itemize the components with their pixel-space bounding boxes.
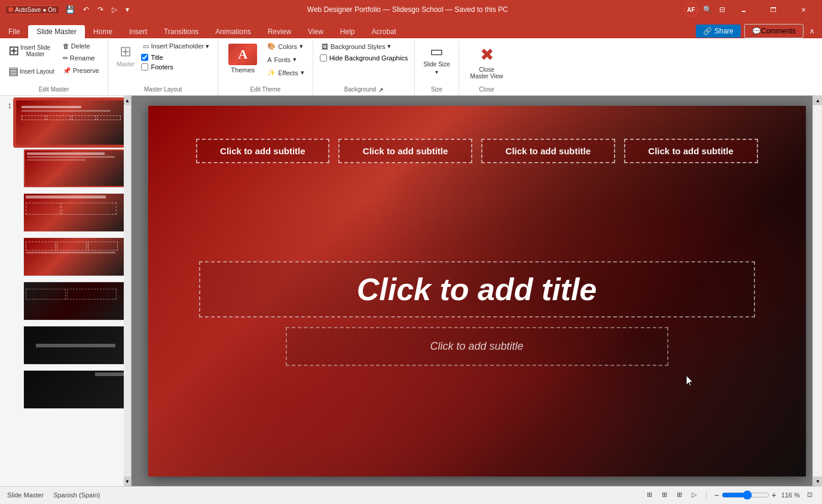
redo-button[interactable]: ↷ xyxy=(95,4,106,15)
subtitle-box-3[interactable]: Click to add subtitle xyxy=(481,139,615,163)
autosave-label: AutoSave xyxy=(15,7,41,13)
status-divider xyxy=(706,490,707,500)
zoom-slider[interactable] xyxy=(722,490,769,500)
slide-thumb-1[interactable] xyxy=(14,99,128,146)
themes-button[interactable]: A Themes xyxy=(223,41,262,77)
subtitle-box-1[interactable]: Click to add subtitle xyxy=(196,139,330,163)
zoom-level-label: 116 % xyxy=(781,491,800,499)
fit-slide-button[interactable]: ⊡ xyxy=(805,490,815,500)
comments-button[interactable]: 💬Comments xyxy=(744,24,803,38)
themes-label: Themes xyxy=(231,66,255,74)
ribbon-group-background: 🖼 Background Styles ▾ Hide Background Gr… xyxy=(313,41,415,95)
canvas-scrollbar-right[interactable]: ▲ ▼ xyxy=(812,96,822,486)
tab-file[interactable]: File xyxy=(0,25,28,39)
tab-transitions[interactable]: Transitions xyxy=(155,25,207,39)
slide-img-4[interactable] xyxy=(23,237,128,276)
zoom-in-button[interactable]: + xyxy=(772,490,777,500)
canvas-scroll-track xyxy=(813,105,822,476)
slide-thumb-7[interactable] xyxy=(14,370,128,409)
subtitle-box-4[interactable]: Click to add subtitle xyxy=(624,139,758,163)
ribbon-group-edit-theme: A Themes 🎨 Colors ▾ A Fonts ▾ ✨ Effects … xyxy=(218,41,313,95)
footers-checkbox[interactable]: Footers xyxy=(139,63,213,71)
slide-thumb-4[interactable] xyxy=(14,237,128,276)
hide-background-checkbox[interactable]: Hide Background Graphics xyxy=(318,54,410,62)
autosave-dot xyxy=(8,7,13,12)
top-subtitle-boxes: Click to add subtitle Click to add subti… xyxy=(196,139,758,163)
canvas-scroll-up[interactable]: ▲ xyxy=(813,96,822,105)
close-master-view-button[interactable]: ✖ Close Master View xyxy=(464,41,510,83)
ribbon-collapse-button[interactable]: ∧ xyxy=(807,26,817,36)
slide-panel-scrollbar[interactable]: ▲ ▼ xyxy=(124,96,131,486)
slide-img-6[interactable] xyxy=(23,326,128,365)
delete-button[interactable]: 🗑 Delete xyxy=(59,41,103,51)
preserve-button[interactable]: 📌 Preserve xyxy=(59,65,103,77)
slide-thumb-2[interactable] xyxy=(14,149,128,188)
user-avatar[interactable]: AF xyxy=(684,2,698,17)
tab-home[interactable]: Home xyxy=(85,25,121,39)
subtitle-box-2[interactable]: Click to add subtitle xyxy=(338,139,472,163)
slide-size-button[interactable]: ▭ Slide Size ▾ xyxy=(420,41,453,78)
slide-numbers: 1 xyxy=(0,96,13,486)
ribbon-tabs: File Slide Master Home Insert Transition… xyxy=(0,19,822,38)
slide-sorter-button[interactable]: ⊞ xyxy=(659,490,670,500)
reading-view-button[interactable]: ⊞ xyxy=(674,490,685,500)
insert-layout-button[interactable]: ▤ Insert Layout xyxy=(5,62,58,80)
title-placeholder[interactable]: Click to add title xyxy=(199,261,755,317)
tab-acrobat[interactable]: Acrobat xyxy=(363,25,405,39)
scroll-up-button[interactable]: ▲ xyxy=(124,96,131,105)
background-styles-button[interactable]: 🖼 Background Styles ▾ xyxy=(318,41,410,52)
slide-thumb-3[interactable] xyxy=(14,193,128,232)
ribbon-content: ⊞ Insert SlideMaster ▤ Insert Layout 🗑 D… xyxy=(0,38,822,96)
slide-thumb-6[interactable] xyxy=(14,326,128,365)
master-button[interactable]: ⊞ Master xyxy=(113,41,139,70)
slide-img-3[interactable] xyxy=(23,193,128,232)
slide-img-7[interactable] xyxy=(23,370,128,409)
close-button[interactable]: ✕ xyxy=(790,0,817,19)
tab-help[interactable]: Help xyxy=(332,25,363,39)
insert-placeholder-button[interactable]: ▭ Insert Placeholder ▾ xyxy=(139,41,213,52)
edit-theme-buttons: A Themes 🎨 Colors ▾ A Fonts ▾ ✨ Effects … xyxy=(223,41,307,85)
background-expand-icon[interactable]: ↗ xyxy=(378,87,383,93)
search-button[interactable]: 🔍 xyxy=(701,4,714,15)
insert-slide-master-button[interactable]: ⊞ Insert SlideMaster xyxy=(5,41,58,61)
slide-img-2[interactable] xyxy=(23,149,128,188)
title-checkbox[interactable]: Title xyxy=(139,53,213,62)
fonts-button[interactable]: A Fonts ▾ xyxy=(264,54,307,65)
tab-view[interactable]: View xyxy=(300,25,332,39)
master-layout-buttons: ⊞ Master ▭ Insert Placeholder ▾ Title Fo… xyxy=(113,41,213,85)
save-button[interactable]: 💾 xyxy=(63,4,77,15)
zoom-out-button[interactable]: − xyxy=(714,490,719,500)
rename-button[interactable]: ✏ Rename xyxy=(59,53,103,64)
slide-canvas[interactable]: Click to add subtitle Click to add subti… xyxy=(148,106,806,476)
present-button[interactable]: ▷ xyxy=(109,4,120,15)
tab-insert[interactable]: Insert xyxy=(121,25,155,39)
slide-img-1[interactable] xyxy=(14,99,128,146)
minimize-button[interactable]: 🗕 xyxy=(730,0,757,19)
share-button[interactable]: 🔗Share xyxy=(696,25,741,38)
canvas-scroll-down[interactable]: ▼ xyxy=(813,476,822,486)
edit-master-label: Edit Master xyxy=(5,85,103,95)
scroll-down-button[interactable]: ▼ xyxy=(124,476,131,486)
background-label: Background xyxy=(344,85,376,95)
tab-animations[interactable]: Animations xyxy=(207,25,259,39)
tab-slide-master[interactable]: Slide Master xyxy=(28,25,85,39)
presenter-view-button[interactable]: ▷ xyxy=(689,490,699,500)
canvas-scroll-area: Click to add subtitle Click to add subti… xyxy=(132,96,822,486)
tab-review[interactable]: Review xyxy=(259,25,300,39)
title-bar: AutoSave ● On 💾 ↶ ↷ ▷ ▾ Web Designer Por… xyxy=(0,0,822,19)
edit-theme-label: Edit Theme xyxy=(223,85,307,95)
undo-button[interactable]: ↶ xyxy=(81,4,91,15)
effects-button[interactable]: ✨ Effects ▾ xyxy=(264,67,307,78)
colors-button[interactable]: 🎨 Colors ▾ xyxy=(264,41,307,52)
autosave-badge[interactable]: AutoSave ● On xyxy=(5,5,60,14)
slide-thumb-5[interactable] xyxy=(14,282,128,320)
customize-button[interactable]: ▾ xyxy=(123,4,132,15)
slide-img-5[interactable] xyxy=(23,282,128,320)
master-layout-label: Master Layout xyxy=(113,85,213,95)
autosave-toggle[interactable]: ● On xyxy=(42,7,56,13)
ribbon-display-button[interactable]: ⊟ xyxy=(717,4,728,15)
themes-icon: A xyxy=(228,44,257,65)
normal-view-button[interactable]: ⊞ xyxy=(644,490,655,500)
subtitle-main-placeholder[interactable]: Click to add subtitle xyxy=(286,327,668,366)
maximize-button[interactable]: 🗖 xyxy=(760,0,787,19)
